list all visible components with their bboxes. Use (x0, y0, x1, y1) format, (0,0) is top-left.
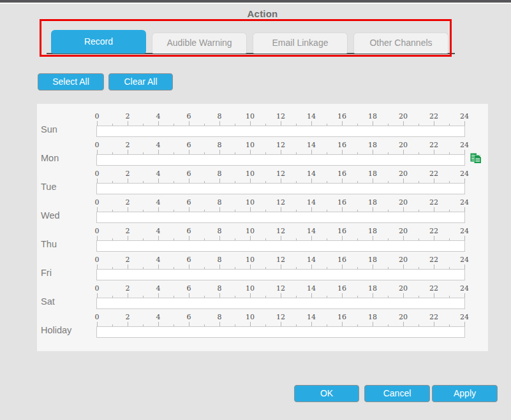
ruler-tick (158, 121, 159, 126)
ruler-tick (342, 236, 343, 240)
day-label: Tue (41, 182, 94, 192)
ruler-tick (373, 264, 373, 269)
schedule-row-tue: Tue024681012141618202224 (37, 169, 488, 198)
ruler-tick (311, 293, 312, 298)
timeline-ruler: 024681012141618202224 (96, 140, 470, 169)
ruler-tick (189, 264, 189, 269)
hour-tick-label: 16 (337, 256, 346, 264)
ruler-tick (189, 293, 189, 298)
page-title: Action (14, 8, 511, 19)
ruler-tick (281, 150, 281, 154)
day-label: Thu (41, 239, 94, 249)
timeline-bar[interactable] (96, 326, 465, 338)
ruler-tick (219, 236, 220, 240)
hour-tick-label: 14 (307, 227, 316, 235)
ruler-tick (373, 322, 373, 326)
ruler-tick (311, 264, 312, 269)
hour-tick-label: 18 (368, 112, 377, 120)
hour-tick-label: 6 (187, 170, 191, 178)
ruler-tick (434, 322, 434, 326)
ruler-tick (128, 293, 128, 298)
ruler-tick (97, 264, 98, 269)
day-label: Fri (41, 268, 94, 278)
hour-tick-label: 12 (276, 284, 285, 293)
timeline-bar[interactable] (96, 269, 465, 280)
ruler-tick (219, 293, 220, 298)
tab-record-label: Record (84, 36, 113, 47)
timeline-bar[interactable] (96, 212, 465, 223)
hour-tick-label: 4 (156, 141, 161, 149)
hour-tick-label: 4 (156, 198, 161, 206)
ruler-tick (219, 178, 220, 183)
schedule-row-wed: Wed024681012141618202224 (37, 198, 488, 226)
ruler-tick (97, 207, 98, 212)
ruler-tick (219, 322, 220, 326)
cancel-button[interactable]: Cancel (364, 385, 430, 402)
schedule-row-holiday: Holiday024681012141618202224 (37, 312, 488, 341)
timeline-bar[interactable] (96, 183, 465, 194)
timeline-ruler: 024681012141618202224 (96, 312, 470, 341)
tab-other-channels-label: Other Channels (369, 38, 432, 48)
ruler-tick (373, 293, 373, 298)
ruler-tick (97, 236, 98, 240)
ruler-tick (342, 264, 343, 269)
hour-tick-label: 18 (368, 256, 377, 264)
ruler-tick (373, 207, 373, 212)
ruler-tick (128, 322, 128, 326)
hour-tick-label: 2 (126, 256, 130, 264)
select-all-button[interactable]: Select All (38, 73, 104, 91)
tab-other-channels[interactable]: Other Channels (353, 33, 448, 54)
day-label: Mon (41, 153, 94, 163)
ruler-tick (342, 121, 343, 126)
timeline-bar[interactable] (96, 298, 465, 309)
ruler-tick (403, 207, 404, 212)
hour-tick-label: 14 (307, 256, 316, 264)
ruler-tick (311, 121, 312, 126)
hour-tick-label: 14 (307, 112, 316, 120)
hour-tick-label: 2 (126, 170, 130, 178)
hour-tick-label: 12 (276, 112, 285, 120)
hour-tick-label: 2 (126, 284, 130, 293)
ok-button[interactable]: OK (294, 385, 359, 402)
timeline-bar[interactable] (96, 126, 465, 137)
ruler-tick (403, 293, 404, 298)
ruler-tick (403, 150, 404, 154)
ruler-tick (128, 264, 128, 269)
hour-tick-label: 6 (187, 198, 191, 206)
timeline-bar[interactable] (96, 154, 465, 166)
timeline-bar[interactable] (96, 240, 465, 252)
hour-tick-label: 6 (187, 112, 191, 120)
tab-email-linkage[interactable]: Email Linkage (253, 33, 348, 54)
hour-tick-label: 18 (368, 284, 377, 293)
hour-tick-label: 20 (399, 112, 408, 120)
hour-tick-label: 10 (246, 170, 255, 178)
hour-tick-label: 22 (429, 198, 438, 206)
ruler-tick (189, 236, 189, 240)
clear-all-button[interactable]: Clear All (108, 73, 173, 91)
hour-tick-label: 24 (460, 313, 469, 321)
hour-tick-label: 20 (399, 284, 408, 293)
ruler-tick (434, 293, 434, 298)
hour-tick-label: 2 (126, 227, 130, 235)
hour-tick-label: 4 (156, 170, 161, 178)
ruler-tick (403, 236, 404, 240)
ruler-tick (158, 322, 159, 326)
hour-tick-label: 6 (187, 141, 191, 149)
hour-tick-label: 4 (156, 256, 161, 264)
ruler-tick (281, 322, 281, 326)
timeline-ruler: 024681012141618202224 (96, 198, 470, 226)
ruler-tick (311, 150, 312, 154)
timeline-ruler: 024681012141618202224 (96, 112, 470, 140)
tab-audible-warning[interactable]: Audible Warning (152, 33, 247, 54)
tab-record[interactable]: Record (51, 30, 146, 54)
hour-tick-label: 22 (429, 313, 438, 321)
timeline-ruler: 024681012141618202224 (96, 226, 470, 255)
timeline-ruler: 024681012141618202224 (96, 284, 470, 312)
ruler-tick (250, 236, 251, 240)
apply-button[interactable]: Apply (432, 385, 498, 402)
hour-tick-label: 18 (368, 141, 377, 149)
ruler-tick (128, 121, 128, 126)
hour-tick-label: 0 (95, 256, 100, 264)
hour-tick-label: 0 (95, 112, 100, 120)
ruler-tick (464, 150, 465, 154)
